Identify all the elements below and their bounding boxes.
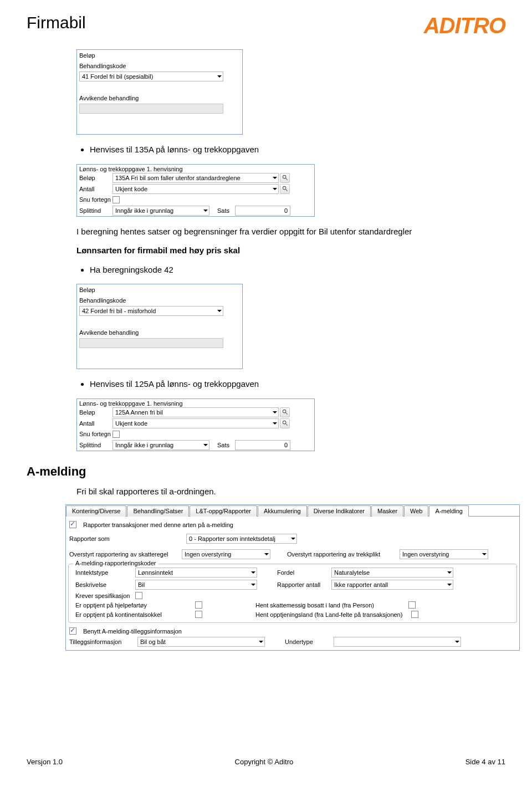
- combo-value: Lønnsinntekt: [138, 569, 173, 576]
- chevron-down-icon: [264, 553, 269, 555]
- fieldset-legend: A-melding-rapporteringskoder: [73, 560, 158, 566]
- footer-version: Versjon 1.0: [27, 758, 63, 766]
- combo-fordel[interactable]: Naturalytelse: [331, 568, 453, 578]
- label-rapporter-som: Rapporter som: [69, 535, 133, 542]
- panel-lt-oppgave-125a: Lønns- og trekkoppgave 1. henvisning Bel…: [76, 398, 315, 451]
- checkbox-rapporter[interactable]: [69, 521, 76, 528]
- combo-overstyrt-trekk[interactable]: Ingen overstyring: [400, 549, 488, 559]
- checkbox-snu-fortegn[interactable]: [112, 431, 120, 438]
- label-undertype: Undertype: [285, 638, 329, 645]
- page-footer: Versjon 1.0 Copyright © Aditro Side 4 av…: [27, 758, 505, 766]
- chevron-down-icon: [217, 75, 222, 78]
- list-item: Henvises til 125A på lønns- og trekkoppg…: [90, 378, 505, 391]
- label-fordel: Fordel: [277, 569, 327, 576]
- combo-value: 135A Fri bil som faller utenfor standard…: [115, 175, 241, 181]
- combo-rapporter-antall[interactable]: Ikke rapporter antall: [331, 580, 453, 590]
- checkbox-hent-oppt[interactable]: [411, 611, 418, 618]
- chevron-down-icon: [273, 177, 277, 179]
- svg-line-5: [285, 412, 287, 414]
- bullet-list: Henvises til 125A på lønns- og trekkoppg…: [76, 378, 505, 391]
- label-hent-oppt: Hent opptjeningsland (fra Land-felte på …: [255, 611, 402, 618]
- label-belop: Beløp: [79, 409, 112, 416]
- combo-belop[interactable]: 125A Annen fri bil: [112, 407, 279, 417]
- svg-point-6: [283, 421, 286, 424]
- bullet-list: Ha beregningskode 42: [76, 264, 505, 277]
- label-rapporter: Rapporter transaksjoner med denne arten …: [83, 522, 233, 528]
- combo-value: Ukjent kode: [115, 186, 147, 192]
- combo-value: Ukjent kode: [115, 420, 147, 427]
- label-antall: Antall: [79, 420, 112, 427]
- brand-logo: ADITRO: [424, 13, 505, 38]
- fieldset-rapporteringskoder: A-melding-rapporteringskoder Inntektstyp…: [68, 564, 517, 623]
- svg-point-2: [283, 186, 286, 190]
- label-belop: Beløp: [79, 52, 142, 59]
- search-icon[interactable]: [280, 184, 290, 194]
- combo-value: Bil og båt: [140, 638, 166, 645]
- label-avvikende: Avvikende behandling: [79, 329, 196, 336]
- chevron-down-icon: [273, 188, 277, 190]
- label-benytt-tillegg: Benytt A-melding-tilleggsinformasjon: [83, 628, 182, 635]
- panel-lt-oppgave-135a: Lønns- og trekkoppgave 1. henvisning Bel…: [76, 164, 315, 217]
- label-splittind: Splittind: [79, 207, 112, 214]
- combo-behandlingskode[interactable]: 42 Fordel fri bil - misforhold: [79, 306, 223, 316]
- panel-behandlingskode-42: Beløp Behandlingskode 42 Fordel fri bil …: [76, 284, 243, 369]
- chevron-down-icon: [217, 310, 222, 312]
- tab-masker[interactable]: Masker: [371, 505, 403, 517]
- chevron-down-icon: [447, 571, 452, 574]
- tab-web[interactable]: Web: [404, 505, 428, 517]
- chevron-down-icon: [203, 444, 208, 446]
- combo-splittind[interactable]: Inngår ikke i grunnlag: [112, 440, 209, 450]
- svg-point-4: [283, 410, 286, 413]
- search-icon[interactable]: [280, 418, 290, 428]
- svg-line-1: [285, 178, 287, 180]
- paragraph: Fri bil skal rapporteres til a-ordningen…: [76, 486, 505, 498]
- tab-diverse[interactable]: Diverse Indikatorer: [308, 505, 371, 517]
- combo-inntektstype[interactable]: Lønnsinntekt: [135, 568, 257, 578]
- tab-akkumulering[interactable]: Akkumulering: [258, 505, 307, 517]
- search-icon[interactable]: [280, 173, 290, 183]
- combo-value: Bil: [138, 581, 145, 588]
- label-krever-spes: Krever spesifikasjon: [75, 592, 131, 599]
- tab-kontering[interactable]: Kontering/Diverse: [66, 505, 126, 517]
- combo-value: 42 Fordel fri bil - misforhold: [82, 308, 156, 314]
- paragraph: I beregning hentes satser og begrensning…: [76, 226, 505, 238]
- label-opptjent-kont: Er opptjent på kontinentalsokkel: [75, 611, 186, 618]
- checkbox-krever-spes[interactable]: [135, 592, 142, 599]
- combo-beskrivelse[interactable]: Bil: [135, 580, 257, 590]
- tab-amelding[interactable]: A-melding: [429, 505, 469, 517]
- paragraph-bold: Lønnsarten for firmabil med høy pris ska…: [76, 244, 505, 257]
- checkbox-opptjent-kont[interactable]: [195, 611, 202, 618]
- tab-behandling[interactable]: Behandling/Satser: [127, 505, 189, 517]
- combo-rapporter-som[interactable]: 0 - Rapporter som inntektsdetalj: [186, 534, 297, 544]
- heading-amelding: A-melding: [27, 464, 505, 479]
- combo-value: Ingen overstyring: [185, 551, 231, 558]
- combo-splittind[interactable]: Inngår ikke i grunnlag: [112, 206, 209, 216]
- label-antall: Antall: [79, 186, 112, 192]
- combo-antall[interactable]: Ukjent kode: [112, 418, 279, 428]
- checkbox-opptjent-hjelp[interactable]: [195, 601, 202, 609]
- input-sats[interactable]: 0: [235, 440, 290, 450]
- label-hent-skatt: Hent skattemessig bosatt i land (fra Per…: [255, 602, 400, 609]
- checkbox-snu-fortegn[interactable]: [112, 196, 120, 203]
- chevron-down-icon: [259, 641, 263, 643]
- combo-overstyrt-skatt[interactable]: Ingen overstyring: [182, 549, 270, 559]
- checkbox-benytt-tillegg[interactable]: [69, 627, 76, 635]
- combo-antall[interactable]: Ukjent kode: [112, 184, 279, 194]
- tabstrip: Kontering/Diverse Behandling/Satser L&T-…: [66, 505, 519, 517]
- panel-behandlingskode-41: Beløp Behandlingskode 41 Fordel fri bil …: [76, 49, 243, 135]
- combo-tilleggsinfo[interactable]: Bil og båt: [137, 637, 265, 647]
- list-item: Henvises til 135A på lønns- og trekkoppg…: [90, 144, 505, 156]
- chevron-down-icon: [291, 538, 295, 540]
- search-icon[interactable]: [280, 407, 290, 417]
- label-behandlingskode: Behandlingskode: [79, 297, 142, 304]
- combo-belop[interactable]: 135A Fri bil som faller utenfor standard…: [112, 173, 279, 183]
- svg-line-3: [285, 189, 287, 191]
- combo-value: 41 Fordel fri bil (spesialbil): [82, 73, 153, 80]
- combo-undertype[interactable]: [334, 637, 461, 647]
- combo-behandlingskode[interactable]: 41 Fordel fri bil (spesialbil): [79, 71, 223, 81]
- tab-ltoppg[interactable]: L&T-oppg/Rapporter: [190, 505, 257, 517]
- input-sats[interactable]: 0: [235, 206, 290, 216]
- svg-line-7: [285, 423, 287, 425]
- checkbox-hent-skatt[interactable]: [408, 601, 416, 609]
- combo-value: Naturalytelse: [334, 569, 370, 576]
